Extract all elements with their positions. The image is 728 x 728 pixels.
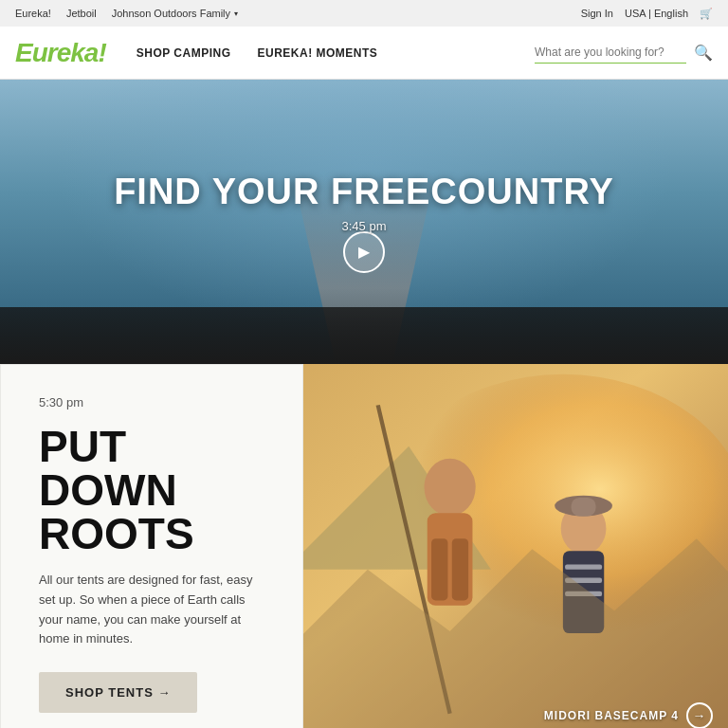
split-left-panel: 5:30 pm PUT DOWN ROOTS All our tents are… <box>0 364 303 728</box>
hero-section: 3:45 pm FIND YOUR FREECOUNTRY ▶ <box>0 80 728 364</box>
locale-label: USA | English <box>625 8 688 19</box>
top-bar-actions: Sign In USA | English 🛒 <box>581 8 713 20</box>
hero-content: 3:45 pm FIND YOUR FREECOUNTRY ▶ <box>114 172 614 273</box>
svg-rect-5 <box>431 538 447 600</box>
nav-shop-camping[interactable]: SHOP CAMPING <box>136 46 231 60</box>
search-button[interactable]: 🔍 <box>694 44 713 62</box>
play-button[interactable]: ▶ <box>343 231 385 273</box>
play-icon: ▶ <box>358 243 370 261</box>
eureka-logo[interactable]: Eureka! <box>15 38 106 68</box>
midori-badge[interactable]: MIDORI BASECAMP 4 → <box>544 702 713 728</box>
brand-jetboil[interactable]: Jetboil <box>66 8 97 19</box>
top-bar: Eureka! Jetboil Johnson Outdoors Family … <box>0 0 728 27</box>
hero-dashboard-visual <box>0 307 728 364</box>
svg-rect-11 <box>565 564 602 569</box>
brand-johnson-outdoors[interactable]: Johnson Outdoors Family ▾ <box>112 8 238 19</box>
search-input[interactable] <box>535 42 686 64</box>
split-section: 5:30 pm PUT DOWN ROOTS All our tents are… <box>0 364 728 728</box>
main-nav: Eureka! SHOP CAMPING EUREKA! MOMENTS 🔍 <box>0 27 728 80</box>
split-headline: PUT DOWN ROOTS <box>39 425 272 555</box>
shop-tents-label: SHOP TENTS → <box>65 685 171 700</box>
split-description: All our tents are designed for fast, eas… <box>39 571 272 649</box>
midori-circle-icon: → <box>686 702 713 728</box>
sign-in-link[interactable]: Sign In <box>581 8 613 19</box>
chevron-down-icon: ▾ <box>234 9 238 18</box>
svg-rect-6 <box>452 538 468 600</box>
top-bar-brands: Eureka! Jetboil Johnson Outdoors Family … <box>15 8 238 19</box>
midori-label: MIDORI BASECAMP 4 <box>544 709 679 722</box>
nav-links: SHOP CAMPING EUREKA! MOMENTS <box>136 46 535 60</box>
brand-eureka[interactable]: Eureka! <box>15 8 51 19</box>
hero-time: 3:45 pm <box>341 219 386 233</box>
svg-rect-9 <box>572 498 596 517</box>
shop-tents-button[interactable]: SHOP TENTS → <box>39 672 197 713</box>
cart-icon[interactable]: 🛒 <box>700 8 713 20</box>
svg-point-3 <box>424 459 475 517</box>
nav-eureka-moments[interactable]: EUREKA! MOMENTS <box>258 46 378 60</box>
split-right-panel: MIDORI BASECAMP 4 → <box>303 364 728 728</box>
search-area: 🔍 <box>535 42 713 64</box>
people-visual <box>303 364 728 728</box>
hero-title: FIND YOUR FREECOUNTRY <box>114 172 614 212</box>
split-time: 5:30 pm <box>39 395 272 410</box>
